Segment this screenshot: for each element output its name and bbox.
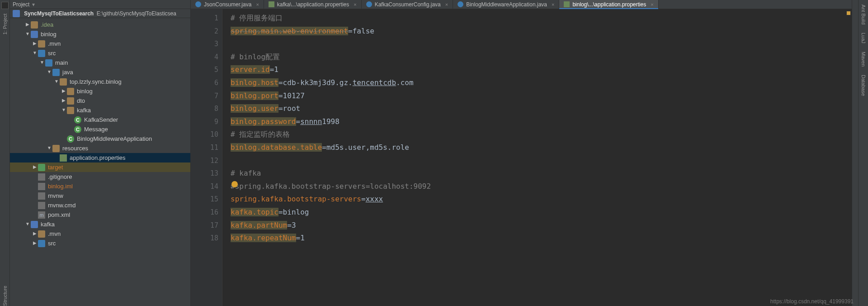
close-icon[interactable]: × bbox=[445, 2, 448, 7]
left-tool-strip: 1: Project bbox=[0, 0, 10, 306]
database-tool-button[interactable]: Database bbox=[861, 73, 866, 98]
chevron-down-icon[interactable] bbox=[39, 60, 45, 65]
project-tool-button[interactable]: 1: Project bbox=[2, 12, 8, 36]
luaj-tool-button[interactable]: LuaJ bbox=[861, 31, 866, 45]
code-line[interactable]: binlog.user=root bbox=[231, 102, 852, 115]
tree-node-label: mvnw bbox=[48, 192, 63, 199]
folder-icon bbox=[38, 230, 45, 238]
code-token: binlog.host bbox=[231, 78, 278, 87]
chevron-right-icon[interactable] bbox=[32, 41, 38, 46]
intention-bulb-icon[interactable] bbox=[231, 181, 238, 187]
project-tree[interactable]: .ideabinlog.mvnsrcmainjavatop.lzzly.sync… bbox=[10, 18, 190, 306]
breadcrumb-path: E:\github\SyncMysqlToElasticsea bbox=[97, 10, 176, 17]
file-type-icon bbox=[195, 1, 201, 7]
code-token: # 停用服务端口 bbox=[231, 14, 283, 22]
code-line[interactable]: kafka.topic=binlog bbox=[231, 206, 852, 219]
tab-label: KafkaConsumerConfig.java bbox=[375, 1, 441, 8]
code-line[interactable]: spring.kafka.bootstrap-servers=xxxx bbox=[231, 193, 852, 206]
tree-node[interactable]: kafka bbox=[10, 220, 190, 229]
code-line[interactable]: kafka.repeatNum=1 bbox=[231, 232, 852, 245]
code-line[interactable]: server.id=1 bbox=[231, 63, 852, 76]
folder-icon bbox=[45, 59, 52, 67]
code-line[interactable]: kafka.partNum=3 bbox=[231, 219, 852, 232]
code-line[interactable]: spring.main.web-environment=false bbox=[231, 25, 852, 38]
code-line[interactable]: binlog.database.table=md5s.user,md5s.rol… bbox=[231, 141, 852, 154]
project-panel: Project ▾ SyncMysqlToElasticsearch E:\gi… bbox=[10, 0, 191, 306]
chevron-right-icon[interactable] bbox=[24, 22, 31, 27]
tree-node[interactable]: binlog.iml bbox=[10, 182, 190, 191]
chevron-down-icon[interactable] bbox=[24, 31, 31, 36]
chevron-right-icon[interactable] bbox=[32, 231, 38, 236]
editor-tab[interactable]: KafkaConsumerConfig.java× bbox=[362, 0, 453, 9]
code-token: binlog.database.table bbox=[231, 143, 322, 152]
tree-node[interactable]: src bbox=[10, 239, 190, 248]
tree-node[interactable]: resources bbox=[10, 143, 190, 153]
chevron-right-icon[interactable] bbox=[61, 88, 67, 93]
breadcrumb[interactable]: SyncMysqlToElasticsearch E:\github\SyncM… bbox=[10, 9, 190, 18]
chevron-down-icon[interactable] bbox=[46, 145, 52, 150]
tree-node[interactable]: CMessage bbox=[10, 124, 190, 134]
code-token: spring.kafka.bootstrap-servers=localhost… bbox=[235, 182, 431, 191]
tab-label: JsonConsumer.java bbox=[204, 1, 251, 8]
tree-node[interactable]: CKafkaSender bbox=[10, 115, 190, 124]
chevron-right-icon[interactable] bbox=[61, 98, 67, 103]
chevron-right-icon[interactable] bbox=[32, 164, 38, 169]
code-line[interactable]: # binlog配置 bbox=[231, 51, 852, 64]
tree-node-label: KafkaSender bbox=[84, 116, 118, 123]
editor-tab[interactable]: JsonConsumer.java× bbox=[191, 0, 264, 9]
code-line[interactable]: # 指定监听的表格 bbox=[231, 128, 852, 141]
code-token: 1998 bbox=[322, 117, 340, 126]
close-icon[interactable]: × bbox=[354, 2, 356, 7]
tree-node[interactable]: top.lzzly.sync.binlog bbox=[10, 77, 190, 86]
tree-node[interactable]: java bbox=[10, 67, 190, 77]
chevron-down-icon[interactable] bbox=[32, 50, 38, 55]
tree-node[interactable]: application.properties bbox=[10, 153, 190, 163]
tree-node-label: .idea bbox=[41, 21, 53, 28]
status-bar: https://blog.csdn.net/qq_41999391 bbox=[767, 297, 857, 306]
code-line[interactable]: binlog.port=10127 bbox=[231, 90, 852, 103]
tree-node[interactable]: mvnw bbox=[10, 191, 190, 201]
tree-node[interactable]: kafka bbox=[10, 105, 190, 115]
editor-tab[interactable]: BinlogMiddlewareApplication.java× bbox=[453, 0, 559, 9]
tree-node[interactable]: main bbox=[10, 58, 190, 67]
code-line[interactable]: binlog.password=snnnn1998 bbox=[231, 115, 852, 129]
tree-node-label: kafka bbox=[41, 221, 55, 228]
tree-node[interactable]: dto bbox=[10, 96, 190, 105]
editor-tab[interactable]: binlog\...\application.properties× bbox=[559, 0, 658, 9]
tree-node[interactable]: CBinlogMiddlewareApplication bbox=[10, 134, 190, 143]
tree-node-label: .gitignore bbox=[48, 173, 72, 180]
tree-node[interactable]: .mvn bbox=[10, 229, 190, 239]
inspection-indicator[interactable] bbox=[846, 11, 851, 15]
tree-node[interactable]: target bbox=[10, 163, 190, 172]
chevron-right-icon[interactable] bbox=[32, 240, 38, 245]
tree-node[interactable]: .gitignore bbox=[10, 172, 190, 182]
tree-node[interactable]: binlog bbox=[10, 86, 190, 96]
tree-node[interactable]: .mvn bbox=[10, 39, 190, 48]
chevron-down-icon[interactable] bbox=[61, 107, 67, 112]
chevron-down-icon[interactable] bbox=[46, 69, 52, 74]
editor-tab[interactable]: kafka\...\application.properties× bbox=[264, 0, 362, 9]
tree-node[interactable]: mvnw.cmd bbox=[10, 201, 190, 210]
tree-node[interactable]: .idea bbox=[10, 20, 190, 29]
code-line[interactable] bbox=[231, 154, 852, 167]
code-line[interactable]: #spring.kafka.bootstrap-servers=localhos… bbox=[231, 180, 852, 193]
code-line[interactable] bbox=[231, 38, 852, 51]
close-icon[interactable]: × bbox=[552, 2, 554, 7]
maven-tool-button[interactable]: Maven bbox=[861, 50, 866, 68]
ant-build-tool-button[interactable]: Ant Build bbox=[861, 3, 866, 26]
code-line[interactable]: # 停用服务端口 bbox=[231, 12, 852, 25]
tree-node[interactable]: binlog bbox=[10, 29, 190, 39]
code-line[interactable]: binlog.host=cdb-kk3mj3d9.gz.tencentcdb.c… bbox=[231, 76, 852, 90]
tree-node[interactable]: src bbox=[10, 48, 190, 58]
tree-node[interactable]: mpom.xml bbox=[10, 210, 190, 220]
structure-tool-button[interactable]: Structure bbox=[2, 286, 8, 306]
chevron-down-icon[interactable] bbox=[53, 79, 60, 84]
code-editor[interactable]: # 停用服务端口spring.main.web-environment=fals… bbox=[222, 9, 852, 306]
code-line[interactable]: # kafka bbox=[231, 167, 852, 180]
project-panel-header[interactable]: Project ▾ bbox=[10, 0, 190, 9]
tool-icon[interactable] bbox=[1, 2, 9, 9]
close-icon[interactable]: × bbox=[651, 2, 653, 7]
code-token: root bbox=[283, 104, 301, 113]
chevron-down-icon[interactable] bbox=[24, 221, 31, 226]
close-icon[interactable]: × bbox=[256, 2, 259, 7]
